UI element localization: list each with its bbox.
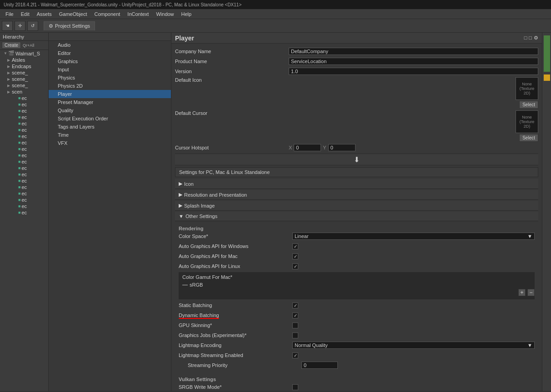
tree-item-ec4[interactable]: ■ec	[15, 114, 48, 120]
dynamic-batching-checkbox[interactable]: ✓	[292, 313, 298, 318]
ec-icon16: ■	[18, 191, 20, 196]
menu-incontext[interactable]: InContext	[124, 10, 152, 18]
tree-item-scene1[interactable]: ▶ scene_	[0, 69, 48, 76]
default-icon-select-btn[interactable]: Select	[519, 101, 538, 109]
tree-item-ec16[interactable]: ■ec	[15, 190, 48, 197]
tree-item-ec13[interactable]: ■ec	[15, 171, 48, 178]
settings-time[interactable]: Time	[49, 131, 171, 139]
default-icon-text: None(Texture2D)	[520, 82, 535, 95]
settings-input[interactable]: Input	[49, 65, 171, 74]
settings-quality[interactable]: Quality	[49, 106, 171, 114]
move-tool-btn[interactable]: ✛	[15, 21, 25, 31]
tree-item-aisles[interactable]: ▶ Aisles	[0, 57, 48, 63]
static-batching-row: Static Batching ✓	[179, 301, 535, 309]
version-label: Version	[175, 69, 289, 74]
settings-tags-layers[interactable]: Tags and Layers	[49, 123, 171, 131]
menu-help[interactable]: Help	[178, 10, 195, 18]
srgb-write-checkbox[interactable]	[292, 384, 298, 390]
ec-label17: ec	[21, 197, 27, 203]
tree-item-ec12[interactable]: ■ec	[15, 165, 48, 171]
lightmap-encoding-value: Normal Quality	[295, 342, 328, 348]
project-settings-tab[interactable]: ⚙ Project Settings	[44, 21, 95, 30]
section-icon[interactable]: ▶ Icon	[175, 179, 538, 189]
rendering-label: Rendering	[179, 224, 535, 232]
rotate-tool-btn[interactable]: ↺	[27, 21, 38, 31]
remove-gamut-btn[interactable]: −	[527, 289, 535, 296]
tree-item-ec1[interactable]: ■ec	[15, 95, 48, 101]
hierarchy-title: Hierarchy	[3, 34, 24, 40]
version-input[interactable]	[289, 68, 538, 75]
settings-physics[interactable]: Physics	[49, 74, 171, 82]
settings-graphics[interactable]: Graphics	[49, 57, 171, 65]
hotspot-y-input[interactable]	[328, 144, 356, 151]
settings-editor[interactable]: Editor	[49, 49, 171, 57]
player-content: Company Name Product Name Version Defaul…	[171, 44, 542, 391]
lock-icon[interactable]: □	[524, 35, 527, 41]
tree-item-scene3[interactable]: ▶ scene_	[0, 82, 48, 89]
tree-item-ec5[interactable]: ■ec	[15, 120, 48, 127]
settings-vfx[interactable]: VFX	[49, 139, 171, 147]
settings-script-order[interactable]: Script Execution Order	[49, 114, 171, 123]
settings-gear-icon[interactable]: ⚙	[534, 35, 538, 41]
tree-item-ec6[interactable]: ■ec	[15, 127, 48, 133]
tree-item-ec18[interactable]: ■ec	[15, 203, 48, 209]
tab-bar: ⚙ Project Settings	[44, 21, 95, 30]
lightmap-streaming-checkbox[interactable]: ✓	[292, 352, 298, 358]
player-header-icons: □ □ ⚙	[524, 35, 538, 41]
tree-item-ec2[interactable]: ■ec	[15, 101, 48, 108]
vulkan-section: Vulkan Settings SRGB Write Mode*	[175, 373, 538, 391]
graphics-jobs-checkbox[interactable]	[292, 332, 298, 338]
menu-component[interactable]: Component	[90, 10, 124, 18]
menu-assets[interactable]: Assets	[33, 10, 55, 18]
hotspot-x-input[interactable]	[294, 144, 321, 151]
auto-graphics-mac-checkbox[interactable]: ✓	[292, 253, 298, 259]
tree-item-ec9[interactable]: ■ec	[15, 146, 48, 152]
tree-item-ec10[interactable]: ■ec	[15, 152, 48, 159]
menu-edit[interactable]: Edit	[17, 10, 33, 18]
tree-item-ec7[interactable]: ■ec	[15, 133, 48, 139]
default-icon-box: None(Texture2D)	[516, 77, 538, 100]
hand-tool-btn[interactable]: ☚	[2, 21, 13, 31]
tree-item-endcaps[interactable]: ▶ Endcaps	[0, 63, 48, 69]
gpu-skinning-checkbox[interactable]	[292, 323, 298, 328]
product-name-label: Product Name	[175, 59, 289, 64]
section-splash-arrow: ▶	[179, 203, 182, 208]
product-name-input[interactable]	[289, 58, 538, 65]
hierarchy-create-btn[interactable]: Create	[2, 42, 21, 49]
add-gamut-btn[interactable]: +	[518, 289, 526, 296]
settings-audio[interactable]: Audio	[49, 41, 171, 49]
color-space-dropdown[interactable]: Linear ▼	[292, 233, 535, 240]
settings-physics2d[interactable]: Physics 2D	[49, 82, 171, 90]
info-icon[interactable]: □	[529, 35, 532, 41]
tree-item-scen4[interactable]: ▶ scen	[0, 89, 48, 95]
tree-item-walmart[interactable]: ▼ 🎬 Walmart_S	[0, 50, 48, 57]
auto-graphics-linux-row: Auto Graphics API for Linux ✓	[179, 262, 535, 270]
default-cursor-select-btn[interactable]: Select	[519, 134, 538, 142]
section-other[interactable]: ▼ Other Settings	[175, 212, 538, 221]
streaming-priority-input[interactable]	[301, 362, 338, 369]
tree-item-ec17[interactable]: ■ec	[15, 197, 48, 203]
section-splash[interactable]: ▶ Splash Image	[175, 201, 538, 211]
menu-gameobject[interactable]: GameObject	[55, 10, 91, 18]
tree-item-ec11[interactable]: ■ec	[15, 159, 48, 165]
tree-item-ec3[interactable]: ■ec	[15, 108, 48, 114]
section-resolution[interactable]: ▶ Resolution and Presentation	[175, 190, 538, 200]
company-name-input[interactable]	[289, 48, 538, 55]
menu-window[interactable]: Window	[152, 10, 177, 18]
srgb-write-label: SRGB Write Mode*	[179, 384, 292, 390]
ec-label9: ec	[21, 146, 27, 152]
settings-preset[interactable]: Preset Manager	[49, 98, 171, 106]
lightmap-encoding-dropdown[interactable]: Normal Quality ▼	[292, 342, 535, 349]
static-batching-checkbox[interactable]: ✓	[292, 303, 298, 308]
tree-item-ec19[interactable]: ■ec	[15, 209, 48, 216]
tree-item-ec15[interactable]: ■ec	[15, 184, 48, 190]
tree-item-ec8[interactable]: ■ec	[15, 139, 48, 146]
menu-file[interactable]: File	[2, 10, 17, 18]
auto-graphics-windows-checkbox[interactable]: ✓	[292, 243, 298, 249]
tree-item-scene2[interactable]: ▶ scene_	[0, 76, 48, 82]
auto-graphics-linux-checkbox[interactable]: ✓	[292, 263, 298, 269]
settings-player[interactable]: Player	[49, 90, 171, 98]
hierarchy-all-btn[interactable]: Qr+All	[23, 43, 34, 48]
default-cursor-text: None(Texture2D)	[520, 115, 535, 129]
tree-item-ec14[interactable]: ■ec	[15, 178, 48, 184]
